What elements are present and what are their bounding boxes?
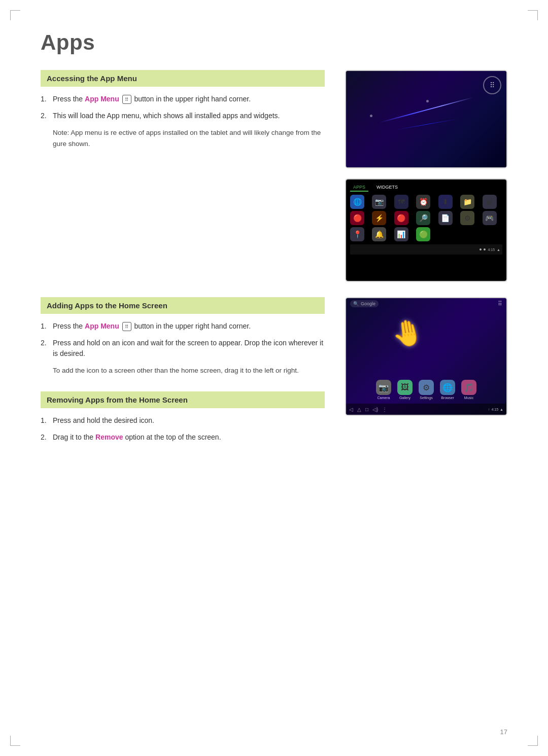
adding-step-1-text: Press the App Menu button in the upper r… — [53, 321, 325, 332]
app-map-icon: 🗺 — [394, 195, 408, 209]
app-dl-icon: ⬇ — [438, 195, 453, 209]
adding-step-num-1: 1. — [41, 321, 53, 332]
home-top-bar: 🔍 Google ⠿ — [346, 298, 506, 309]
accessing-step-2: 2. This will load the App menu, which sh… — [41, 111, 325, 121]
home-bottom-bar: ◁ △ □ ◁) ⋮ ↑ 4:15 ▲ — [346, 404, 506, 415]
corner-mark-bl — [10, 736, 20, 746]
battery-icon: ↑ — [488, 408, 490, 411]
removing-steps-list: 1. Press and hold the desired icon. 2. D… — [41, 415, 325, 443]
app-loc-icon: 📍 — [350, 227, 364, 241]
accessing-step-1: 1. Press the App Menu button in the uppe… — [41, 94, 325, 104]
app-clock-icon: ⏰ — [416, 195, 430, 209]
home-icons-row: 📷 Camera 🖼 Gallery ⚙ Settings — [346, 380, 506, 400]
home-screen-screenshot: ⠿ — [345, 70, 507, 168]
adding-section-header: Adding Apps to the Home Screen — [41, 297, 325, 314]
settings-label: Settings — [420, 396, 432, 400]
accessing-app-menu-section: Accessing the App Menu 1. Press the App … — [41, 70, 325, 149]
search-icon-small: 🔍 — [353, 301, 359, 306]
vol-nav-icon: ◁) — [372, 407, 378, 412]
app-menu-link-1: App Menu — [85, 95, 119, 103]
dot-2 — [426, 100, 429, 102]
removing-step-num-1: 1. — [41, 415, 53, 426]
app-red1-icon: 🔴 — [350, 211, 364, 225]
home-nav-icon: △ — [357, 407, 361, 412]
music-label: Music — [464, 396, 473, 400]
laser-line-2 — [395, 119, 458, 130]
adding-apps-image: 🔍 Google ⠿ 🤚 📷 Camera — [346, 298, 506, 415]
status-icons-bar: ↑ 4:15 ▲ — [488, 408, 503, 411]
removing-section-header: Removing Apps from the Home Screen — [41, 391, 325, 408]
accessing-steps-list: 1. Press the App Menu button in the uppe… — [41, 94, 325, 121]
app-settings-icon: ⚙ — [460, 211, 474, 225]
app-menu-tabs: APPS WIDGETS — [350, 184, 502, 192]
app-menu-image: APPS WIDGETS 🌐 📷 🗺 ⏰ ⬇ 📁 ⊞ 🔴 ⚡ 🔴 🔎 📄 — [346, 179, 506, 281]
status-dot-2 — [484, 248, 486, 250]
page-number: 17 — [500, 728, 507, 736]
home-app-browser: 🌐 Browser — [440, 380, 455, 400]
removing-step-num-2: 2. — [41, 432, 53, 443]
adding-steps-list: 1. Press the App Menu button in the uppe… — [41, 321, 325, 359]
removing-apps-section: Removing Apps from the Home Screen 1. Pr… — [41, 391, 325, 443]
wifi-icon: ▲ — [500, 408, 503, 411]
status-dot-1 — [480, 248, 482, 250]
google-text: Google — [361, 301, 375, 306]
left-column: Accessing the App Menu 1. Press the App … — [41, 70, 325, 282]
grid-button-home: ⠿ — [498, 300, 502, 307]
camera-icon-circle: 📷 — [376, 380, 391, 395]
app-menu-link-2: App Menu — [85, 322, 119, 330]
status-wifi: ▲ — [497, 248, 500, 251]
adding-step-2-text: Press and hold on an icon and wait for t… — [53, 338, 325, 359]
adding-apps-screenshot: 🔍 Google ⠿ 🤚 📷 Camera — [345, 297, 507, 416]
bottom-right-column: 🔍 Google ⠿ 🤚 📷 Camera — [345, 297, 507, 458]
page-title: Apps — [41, 30, 507, 55]
time-display: 4:15 — [491, 408, 498, 411]
grid-icon-2 — [122, 322, 131, 331]
home-app-music: 🎵 Music — [461, 380, 476, 400]
adding-apps-section: Adding Apps to the Home Screen 1. Press … — [41, 297, 325, 376]
accessing-step-2-text: This will load the App menu, which shows… — [53, 111, 325, 121]
app-folder-icon: 📁 — [460, 195, 474, 209]
removing-step-1: 1. Press and hold the desired icon. — [41, 415, 325, 426]
gallery-label: Gallery — [399, 396, 410, 400]
gallery-icon-circle: 🖼 — [397, 380, 413, 395]
app-notif-icon: 🔔 — [372, 227, 386, 241]
dot-1 — [370, 115, 372, 117]
removing-step-2-text: Drag it to the Remove option at the top … — [53, 432, 325, 443]
app-browser-icon: 🌐 — [350, 195, 364, 209]
laser-background: ⠿ — [346, 71, 506, 167]
adding-note: To add the icon to a screen other than t… — [53, 365, 325, 376]
app-doc-icon: 📄 — [438, 211, 453, 225]
recent-nav-icon: □ — [365, 407, 368, 412]
remove-link: Remove — [95, 433, 123, 441]
music-icon-circle: 🎵 — [461, 380, 476, 395]
home-app-gallery: 🖼 Gallery — [397, 380, 413, 400]
bottom-layout: Adding Apps to the Home Screen 1. Press … — [41, 297, 507, 458]
hand-cursor-icon: 🤚 — [389, 316, 425, 350]
camera-label: Camera — [378, 396, 390, 400]
browser-label: Browser — [441, 396, 454, 400]
app-menu-bottom-bar: 4:15 ▲ — [350, 244, 502, 255]
back-nav-icon: ◁ — [349, 407, 353, 412]
app-game-icon: 🎮 — [483, 211, 497, 225]
app-grid-icon: ⊞ — [483, 195, 497, 209]
app-green-icon: 🟢 — [416, 227, 430, 241]
bottom-left-column: Adding Apps to the Home Screen 1. Press … — [41, 297, 325, 458]
main-content-area: Accessing the App Menu 1. Press the App … — [41, 70, 507, 282]
step-num-1: 1. — [41, 94, 53, 104]
removing-step-1-text: Press and hold the desired icon. — [53, 415, 325, 426]
menu-nav-icon: ⋮ — [382, 407, 387, 412]
widgets-tab: WIDGETS — [373, 184, 401, 192]
apps-tab: APPS — [350, 184, 368, 192]
home-screen-image: ⠿ — [346, 71, 506, 167]
corner-mark-tr — [528, 10, 538, 20]
nav-icons: ◁ △ □ ◁) ⋮ — [349, 407, 387, 412]
accessing-note: Note: App menu is re ective of apps inst… — [53, 127, 325, 149]
app-search-icon: 🔎 — [416, 211, 430, 225]
app-chart-icon: 📊 — [394, 227, 408, 241]
app-menu-button-screenshot: ⠿ — [483, 76, 501, 94]
corner-mark-br — [528, 736, 538, 746]
grid-icon-1 — [122, 95, 131, 104]
removing-step-2: 2. Drag it to the Remove option at the t… — [41, 432, 325, 443]
adding-step-1: 1. Press the App Menu button in the uppe… — [41, 321, 325, 332]
right-column: ⠿ APPS WIDGETS 🌐 📷 🗺 ⏰ ⬇ 📁 ⊞ — [345, 70, 507, 282]
